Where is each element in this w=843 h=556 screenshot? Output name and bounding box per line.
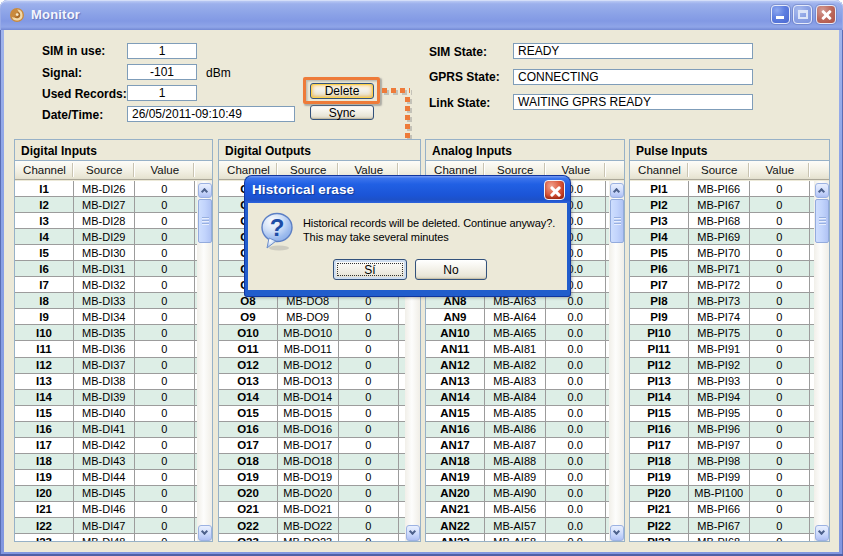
dialog-yes-button[interactable]: Sí xyxy=(333,259,407,280)
table-row[interactable]: PI20MB-PI1000 xyxy=(630,486,814,502)
table-row[interactable]: O21MB-DO210 xyxy=(219,502,405,518)
minimize-button[interactable] xyxy=(771,5,790,24)
table-row[interactable]: I16MB-DI410 xyxy=(15,422,197,438)
table-row[interactable]: O12MB-DO120 xyxy=(219,358,405,374)
scrollbar-thumb[interactable] xyxy=(198,199,212,243)
table-row[interactable]: I13MB-DI380 xyxy=(15,374,197,390)
table-row[interactable]: O13MB-DO130 xyxy=(219,374,405,390)
table-row[interactable]: PI9MB-PI740 xyxy=(630,309,814,325)
table-row[interactable]: PI5MB-PI700 xyxy=(630,245,814,261)
table-row[interactable]: AN11MB-AI810.0 xyxy=(426,341,609,357)
table-row[interactable]: AN22MB-AI570.0 xyxy=(426,518,609,534)
table-row[interactable]: I12MB-DI370 xyxy=(15,358,197,374)
table-row[interactable]: PI7MB-PI720 xyxy=(630,277,814,293)
scrollbar-thumb[interactable] xyxy=(610,199,624,243)
maximize-button[interactable] xyxy=(793,5,812,24)
table-row[interactable]: O23MB-DO230 xyxy=(219,534,405,541)
table-row[interactable]: I15MB-DI400 xyxy=(15,406,197,422)
scroll-down-button[interactable] xyxy=(610,525,624,541)
table-row[interactable]: I20MB-DI450 xyxy=(15,486,197,502)
table-row[interactable]: I17MB-DI420 xyxy=(15,438,197,454)
table-row[interactable]: AN10MB-AI650.0 xyxy=(426,325,609,341)
table-row[interactable]: AN19MB-AI890.0 xyxy=(426,470,609,486)
table-row[interactable]: I7MB-DI320 xyxy=(15,277,197,293)
link-state-field[interactable]: WAITING GPRS READY xyxy=(513,94,753,110)
used-records-field[interactable]: 1 xyxy=(127,85,197,101)
table-row[interactable]: I23MB-DI480 xyxy=(15,534,197,541)
table-row[interactable]: O9MB-DO90 xyxy=(219,309,405,325)
sim-in-use-field[interactable]: 1 xyxy=(127,43,197,59)
table-row[interactable]: O22MB-DO220 xyxy=(219,518,405,534)
column-header-source[interactable]: Source xyxy=(689,161,750,179)
table-row[interactable]: AN15MB-AI850.0 xyxy=(426,406,609,422)
table-row[interactable]: PI16MB-PI960 xyxy=(630,422,814,438)
table-row[interactable]: AN18MB-AI880.0 xyxy=(426,454,609,470)
table-row[interactable]: PI12MB-PI920 xyxy=(630,358,814,374)
table-row[interactable]: AN17MB-AI870.0 xyxy=(426,438,609,454)
table-row[interactable]: PI4MB-PI690 xyxy=(630,229,814,245)
close-button[interactable] xyxy=(816,5,836,24)
table-row[interactable]: I3MB-DI280 xyxy=(15,213,197,229)
table-row[interactable]: PI21MB-PI660 xyxy=(630,502,814,518)
table-row[interactable]: PI23MB-PI680 xyxy=(630,534,814,541)
scroll-up-button[interactable] xyxy=(815,183,829,199)
gprs-state-field[interactable]: CONNECTING xyxy=(513,69,753,85)
table-row[interactable]: O17MB-DO170 xyxy=(219,438,405,454)
scroll-down-button[interactable] xyxy=(198,525,212,541)
table-row[interactable]: PI17MB-PI970 xyxy=(630,438,814,454)
scroll-up-button[interactable] xyxy=(198,183,212,199)
table-row[interactable]: AN16MB-AI860.0 xyxy=(426,422,609,438)
table-row[interactable]: PI15MB-PI950 xyxy=(630,406,814,422)
table-row[interactable]: PI3MB-PI680 xyxy=(630,213,814,229)
table-row[interactable]: I21MB-DI460 xyxy=(15,502,197,518)
sim-state-field[interactable]: READY xyxy=(513,43,753,59)
table-row[interactable]: O14MB-DO140 xyxy=(219,390,405,406)
vertical-scrollbar[interactable] xyxy=(609,181,624,541)
table-row[interactable]: I11MB-DI360 xyxy=(15,341,197,357)
dialog-no-button[interactable]: No xyxy=(415,259,487,280)
table-row[interactable]: O16MB-DO160 xyxy=(219,422,405,438)
table-row[interactable]: AN23MB-AI580.0 xyxy=(426,534,609,541)
column-header-value[interactable]: Value xyxy=(750,161,811,179)
table-row[interactable]: O20MB-DO200 xyxy=(219,486,405,502)
table-row[interactable]: O10MB-DO100 xyxy=(219,325,405,341)
table-row[interactable]: O18MB-DO180 xyxy=(219,454,405,470)
table-row[interactable]: PI19MB-PI990 xyxy=(630,470,814,486)
table-row[interactable]: I4MB-DI290 xyxy=(15,229,197,245)
date-time-field[interactable]: 26/05/2011-09:10:49 xyxy=(127,106,295,122)
table-row[interactable]: AN9MB-AI640.0 xyxy=(426,309,609,325)
table-row[interactable]: O15MB-DO150 xyxy=(219,406,405,422)
scroll-up-button[interactable] xyxy=(610,183,624,199)
column-header-channel[interactable]: Channel xyxy=(630,161,689,179)
dialog-close-button[interactable] xyxy=(544,180,565,200)
table-row[interactable]: PI11MB-PI910 xyxy=(630,341,814,357)
table-row[interactable]: I6MB-DI310 xyxy=(15,261,197,277)
vertical-scrollbar[interactable] xyxy=(197,181,212,541)
table-row[interactable]: PI22MB-PI670 xyxy=(630,518,814,534)
scroll-down-button[interactable] xyxy=(406,525,420,541)
table-row[interactable]: I9MB-DI340 xyxy=(15,309,197,325)
column-header-channel[interactable]: Channel xyxy=(15,161,74,179)
signal-field[interactable]: -101 xyxy=(127,64,197,80)
table-row[interactable]: I18MB-DI430 xyxy=(15,454,197,470)
table-row[interactable]: PI8MB-PI730 xyxy=(630,293,814,309)
table-row[interactable]: I14MB-DI390 xyxy=(15,390,197,406)
table-row[interactable]: I1MB-DI260 xyxy=(15,181,197,197)
table-row[interactable]: PI13MB-PI930 xyxy=(630,374,814,390)
table-row[interactable]: O11MB-DO110 xyxy=(219,341,405,357)
table-row[interactable]: I22MB-DI470 xyxy=(15,518,197,534)
column-header-source[interactable]: Source xyxy=(74,161,135,179)
table-row[interactable]: I10MB-DI350 xyxy=(15,325,197,341)
table-row[interactable]: I19MB-DI440 xyxy=(15,470,197,486)
table-row[interactable]: AN12MB-AI820.0 xyxy=(426,358,609,374)
table-row[interactable]: AN14MB-AI840.0 xyxy=(426,390,609,406)
table-row[interactable]: AN13MB-AI830.0 xyxy=(426,374,609,390)
table-row[interactable]: PI18MB-PI980 xyxy=(630,454,814,470)
table-row[interactable]: PI10MB-PI750 xyxy=(630,325,814,341)
table-row[interactable]: O19MB-DO190 xyxy=(219,470,405,486)
vertical-scrollbar[interactable] xyxy=(814,181,829,541)
sync-button[interactable]: Sync xyxy=(310,105,374,120)
table-row[interactable]: PI6MB-PI710 xyxy=(630,261,814,277)
table-row[interactable]: PI1MB-PI660 xyxy=(630,181,814,197)
table-row[interactable]: I8MB-DI330 xyxy=(15,293,197,309)
